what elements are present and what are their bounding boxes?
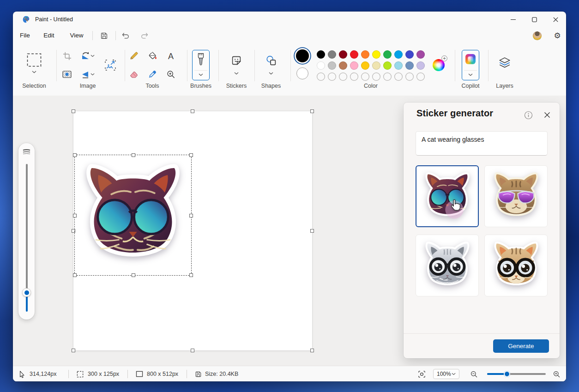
empty-color-swatch[interactable] [416,72,425,81]
empty-color-swatch[interactable] [372,72,380,81]
empty-color-swatch[interactable] [383,72,392,81]
divider [125,50,125,81]
panel-close-button[interactable] [542,110,552,120]
color-swatch[interactable] [339,50,347,59]
color-swatch[interactable] [328,50,336,59]
account-avatar[interactable] [533,31,542,40]
empty-color-swatch[interactable] [317,72,325,81]
selection-rectangle[interactable] [74,155,192,276]
color-swatch[interactable] [350,61,358,70]
color-swatch[interactable] [339,61,347,70]
canvas-resize-handle[interactable] [310,349,314,352]
sticker-result-2[interactable] [484,165,548,227]
close-button[interactable] [545,12,566,27]
empty-color-swatch[interactable] [361,72,369,81]
pencil-icon [129,51,139,60]
settings-button[interactable]: ⚙ [551,30,563,42]
selection-handle[interactable] [132,273,135,277]
resize-image-button[interactable] [103,58,117,72]
size-slider-thumb[interactable] [22,288,31,297]
selection-handle[interactable] [189,153,193,157]
zoom-in-button[interactable] [553,366,561,381]
selection-handle[interactable] [132,153,135,157]
remove-background-button[interactable] [60,67,74,81]
canvas-resize-handle[interactable] [191,109,194,113]
color-swatch[interactable] [383,61,392,70]
size-slider-track[interactable] [26,164,28,292]
sticker-result-3[interactable] [416,235,479,296]
info-button[interactable] [523,110,533,120]
copilot-button[interactable] [462,50,479,80]
zoom-slider[interactable] [487,373,546,375]
color-swatch[interactable] [394,50,403,59]
stickers-button[interactable] [229,54,243,67]
canvas-resize-handle[interactable] [191,349,194,352]
brushes-button[interactable] [192,50,210,80]
canvas-resize-handle[interactable] [72,109,75,113]
selection-dropdown-chevron[interactable] [32,71,36,73]
crop-button[interactable] [60,49,74,63]
canvas-resize-handle[interactable] [310,229,314,233]
fit-to-screen-button[interactable] [418,366,426,381]
empty-color-swatch[interactable] [405,72,414,81]
fill-tool-button[interactable] [145,49,159,63]
undo-button[interactable] [119,29,132,42]
selection-handle[interactable] [189,273,193,277]
magnifier-tool-button[interactable] [164,67,178,81]
selection-tool-button[interactable] [27,53,42,67]
color-swatch[interactable] [405,61,414,70]
save-button[interactable] [97,29,110,42]
selection-handle[interactable] [189,214,193,217]
sticker-result-4[interactable] [484,235,548,296]
background-color-swatch[interactable] [296,67,308,79]
stickers-dropdown-chevron[interactable] [234,72,239,75]
zoom-level-dropdown[interactable]: 100% [433,369,459,379]
shapes-button[interactable] [264,54,278,67]
prompt-input[interactable]: A cat wearing glasses [416,131,548,156]
copilot-dropdown-chevron[interactable] [462,73,479,76]
color-picker-tool-button[interactable] [145,67,159,81]
brushes-dropdown-chevron[interactable] [193,73,209,76]
empty-color-swatch[interactable] [350,72,358,81]
rotate-dropdown-chevron[interactable] [90,54,95,57]
color-swatch[interactable] [416,61,425,70]
color-swatch[interactable] [350,50,358,59]
canvas-resize-handle[interactable] [310,109,314,113]
color-swatch[interactable] [394,61,403,70]
color-swatch[interactable] [361,50,369,59]
color-swatch[interactable] [416,50,425,59]
generate-button[interactable]: Generate [493,339,549,353]
shapes-dropdown-chevron[interactable] [269,72,273,75]
redo-button[interactable] [138,29,151,42]
color-swatch[interactable] [328,61,336,70]
layers-button[interactable] [498,56,512,70]
menu-bar: File Edit View ⚙ [13,27,566,44]
menu-edit[interactable]: Edit [39,29,59,42]
flip-dropdown-chevron[interactable] [90,73,95,76]
canvas-resize-handle[interactable] [72,349,75,352]
foreground-color-swatch[interactable] [296,49,309,62]
color-swatch[interactable] [317,50,325,59]
menu-file[interactable]: File [15,29,35,42]
sticker-result-1[interactable] [416,165,479,227]
color-swatch[interactable] [405,50,414,59]
zoom-slider-thumb[interactable] [504,371,510,377]
empty-color-swatch[interactable] [394,72,403,81]
eraser-tool-button[interactable] [127,67,141,81]
color-swatch[interactable] [372,50,380,59]
pencil-tool-button[interactable] [127,49,141,63]
selection-handle[interactable] [73,153,77,157]
empty-color-swatch[interactable] [328,72,336,81]
zoom-out-button[interactable] [470,366,478,381]
color-swatch[interactable] [317,61,325,70]
selection-handle[interactable] [73,214,77,217]
minimize-button[interactable] [502,12,524,27]
menu-view[interactable]: View [65,29,89,42]
color-swatch[interactable] [383,50,392,59]
selection-handle[interactable] [73,273,77,277]
maximize-button[interactable] [524,12,545,27]
color-swatch[interactable] [361,61,369,70]
empty-color-swatch[interactable] [339,72,347,81]
color-swatch[interactable] [372,61,380,70]
text-tool-button[interactable]: A [164,49,178,63]
